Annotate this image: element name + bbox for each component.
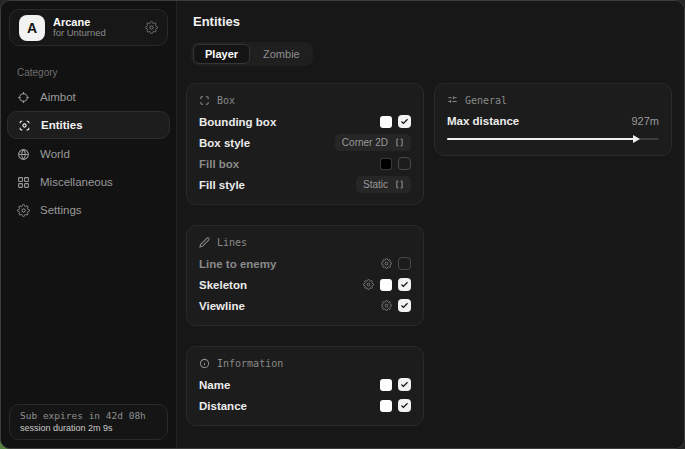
distance-color-swatch[interactable] [380,400,392,412]
line-to-enemy-label: Line to enemy [199,258,276,270]
bounding-box-row: Bounding box [199,111,411,132]
skeleton-label: Skeleton [199,279,247,291]
general-card-title: General [465,95,507,106]
crosshair-icon [17,91,30,104]
select-brackets-icon [395,138,404,147]
app-subtitle: for Unturned [53,28,106,39]
bounding-box-label: Bounding box [199,116,276,128]
fill-box-color-swatch[interactable] [380,158,392,170]
max-distance-slider[interactable] [447,134,659,144]
lines-card: Lines Line to enemy [186,225,424,326]
fill-box-row: Fill box [199,153,411,174]
skeleton-settings-icon[interactable] [363,279,374,290]
box-card-header: Box [199,95,411,106]
bounding-box-checkbox[interactable] [398,115,411,128]
session-duration-text: session duration 2m 9s [20,423,157,433]
box-style-label: Box style [199,137,250,149]
lines-card-header: Lines [199,237,411,248]
tab-player[interactable]: Player [193,44,250,64]
skeleton-color-swatch[interactable] [380,279,392,291]
gear-icon [17,204,30,217]
sidebar-item-settings[interactable]: Settings [1,196,176,224]
box-style-value: Corner 2D [342,137,388,148]
fill-box-checkbox[interactable] [398,157,411,170]
line-to-enemy-row: Line to enemy [199,253,411,274]
information-card-header: Information [199,358,411,369]
fill-box-label: Fill box [199,158,239,170]
sidebar-item-aimbot[interactable]: Aimbot [1,83,176,111]
box-card-title: Box [217,95,235,106]
scan-entity-icon [18,119,31,132]
tab-bar: Player Zombie [191,42,313,66]
information-card-title: Information [217,358,283,369]
box-card: Box Bounding box B [186,83,424,205]
skeleton-checkbox[interactable] [398,278,411,291]
viewline-label: Viewline [199,300,245,312]
app-header-card: A Arcane for Unturned [9,9,168,46]
box-style-select[interactable]: Corner 2D [335,134,411,151]
viewline-settings-icon[interactable] [381,300,392,311]
tab-zombie[interactable]: Zombie [252,45,311,63]
app-title-block: Arcane for Unturned [53,16,106,40]
lines-card-title: Lines [217,237,247,248]
max-distance-label: Max distance [447,115,519,127]
max-distance-row: Max distance 927m [447,111,659,131]
box-style-row: Box style Corner 2D [199,132,411,153]
right-column: General Max distance 927m [434,83,672,156]
general-card: General Max distance 927m [434,83,672,156]
desktop: A Arcane for Unturned Category [0,0,685,449]
skeleton-row: Skeleton [199,274,411,295]
globe-icon [17,148,30,161]
box-corners-icon [199,95,210,106]
sidebar-item-entities[interactable]: Entities [7,111,170,139]
select-brackets-icon [395,180,404,189]
main-panel: Entities Player Zombie [177,1,684,448]
subscription-card: Sub expires in 42d 08h session duration … [9,404,168,440]
fill-style-select[interactable]: Static [356,176,411,193]
fill-style-value: Static [363,179,388,190]
sub-expiry-text: Sub expires in 42d 08h [20,410,157,421]
sidebar-item-label: Miscellaneous [40,176,113,188]
left-column: Box Bounding box B [186,83,424,426]
pencil-line-icon [199,237,210,248]
max-distance-value: 927m [631,115,659,127]
fill-style-label: Fill style [199,179,245,191]
name-checkbox[interactable] [398,378,411,391]
sidebar-item-label: Settings [40,204,82,216]
distance-checkbox[interactable] [398,399,411,412]
sidebar-item-label: Entities [41,119,83,131]
category-label: Category [17,67,176,78]
slider-fill [447,138,638,140]
line-to-enemy-checkbox[interactable] [398,257,411,270]
grid-icon [17,176,30,189]
name-color-swatch[interactable] [380,379,392,391]
sidebar-item-label: Aimbot [40,91,76,103]
sidebar-item-label: World [40,148,70,160]
header-gear-icon[interactable] [145,21,158,34]
page-title: Entities [193,14,674,29]
fill-style-row: Fill style Static [199,174,411,195]
sliders-icon [447,95,458,106]
distance-row: Distance [199,395,411,416]
information-card: Information Name D [186,346,424,426]
distance-label: Distance [199,400,247,412]
arcane-window: A Arcane for Unturned Category [0,0,685,449]
viewline-checkbox[interactable] [398,299,411,312]
general-card-header: General [447,95,659,106]
slider-thumb[interactable] [633,135,640,143]
sidebar-item-miscellaneous[interactable]: Miscellaneous [1,168,176,196]
line-to-enemy-settings-icon[interactable] [381,258,392,269]
sidebar-item-world[interactable]: World [1,140,176,168]
name-label: Name [199,379,230,391]
viewline-row: Viewline [199,295,411,316]
name-row: Name [199,374,411,395]
sidebar-nav: Aimbot Entities [1,83,176,224]
info-icon [199,358,210,369]
app-logo: A [19,15,45,41]
sidebar: A Arcane for Unturned Category [1,1,177,448]
bounding-box-color-swatch[interactable] [380,116,392,128]
